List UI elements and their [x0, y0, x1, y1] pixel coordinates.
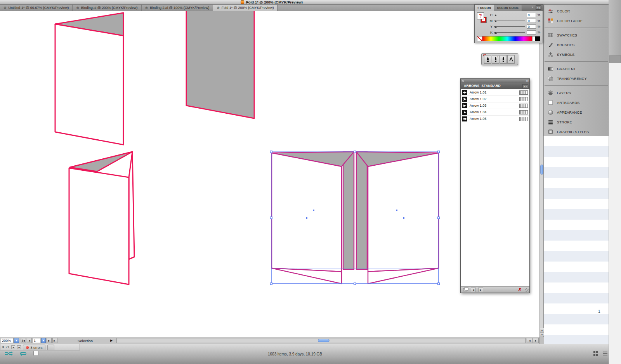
new-brush-icon[interactable]: [463, 286, 468, 293]
fill-swatch[interactable]: ?: [477, 12, 484, 19]
dock-item-color[interactable]: COLOR: [544, 6, 609, 16]
artboard-navigation: ◀ ◀ 1 ▼ ▶ ▶: [21, 338, 57, 343]
magenta-slider[interactable]: [494, 21, 525, 21]
brush-list-item[interactable]: Arrow 1.01: [461, 89, 529, 96]
document-canvas[interactable]: [0, 11, 539, 337]
spectrum-gradient[interactable]: [482, 36, 532, 41]
dock-item-appearance[interactable]: APPEARANCE: [544, 107, 609, 117]
status-menu-icon[interactable]: ▶: [110, 339, 113, 342]
list-view-icon[interactable]: [602, 351, 608, 358]
dock-item-swatches[interactable]: SWATCHES: [544, 30, 609, 40]
brush-list: Arrow 1.01 Arrow 1.02 Arrow 1.03 Arrow 1…: [461, 89, 529, 286]
none-swatch[interactable]: [477, 36, 482, 41]
dock-item-layers[interactable]: LAYERS: [544, 88, 609, 98]
first-artboard-button[interactable]: ◀: [21, 338, 26, 343]
tab-untitled-1[interactable]: ⊗ Untitled-1* @ 66.67% (CMYK/Preview): [0, 5, 73, 11]
dock-item-label: GRADIENT: [557, 67, 576, 71]
grid-view-icon[interactable]: [593, 351, 598, 358]
brush-list-item[interactable]: Arrow 1.03: [461, 102, 529, 109]
panel-expand-icon[interactable]: »: [532, 5, 535, 11]
white-swatch[interactable]: [532, 36, 535, 41]
close-tab-icon[interactable]: ⊗: [76, 6, 79, 10]
console-prev-icon[interactable]: ◀: [11, 345, 15, 349]
tab-color[interactable]: ◊ COLOR: [475, 5, 494, 11]
tab-binding-2-ai[interactable]: ⊗ Binding 2.ai @ 100% (CMYK/Preview): [142, 5, 213, 11]
panel-menu-icon[interactable]: ▼≡: [536, 5, 541, 10]
yellow-value-field[interactable]: 0: [527, 24, 536, 29]
yellow-slider[interactable]: [494, 26, 525, 27]
swatches-icon: [548, 32, 553, 38]
panel-title-bar[interactable]: ARROWS_STANDARD ▼≡: [461, 83, 529, 89]
prev-item-button[interactable]: ◀: [471, 288, 476, 292]
dock-item-transparency[interactable]: TRANSPARENCY: [544, 74, 609, 83]
panel-menu-icon[interactable]: ▼≡: [522, 84, 528, 88]
horizontal-scrollbar[interactable]: [116, 338, 526, 343]
vertical-scroll-thumb[interactable]: [540, 165, 543, 175]
black-slider[interactable]: [494, 32, 525, 33]
fill-stroke-proxy[interactable]: ?: [477, 12, 489, 24]
cyan-value-field[interactable]: 0: [527, 13, 536, 17]
close-tab-icon[interactable]: ⊗: [217, 6, 220, 10]
errors-tab[interactable]: 8 errors: [23, 345, 45, 350]
horizontal-scroll-thumb[interactable]: [318, 339, 330, 342]
window-titlebar[interactable]: Fold 1* @ 200% (CMYK/Preview): [0, 0, 543, 5]
dock-item-gradient[interactable]: GRADIENT: [544, 64, 609, 74]
black-value-field[interactable]: [527, 30, 536, 35]
last-artboard-button[interactable]: ▶: [52, 338, 57, 343]
scroll-down-icon[interactable]: ▼: [540, 332, 544, 336]
add-anchor-point-tool-button[interactable]: +: [492, 55, 499, 64]
prev-artboard-button[interactable]: ◀: [27, 338, 32, 343]
console-tab-stub[interactable]: [47, 345, 54, 350]
convert-anchor-point-tool-button[interactable]: [507, 55, 515, 64]
cyan-slider[interactable]: [494, 15, 525, 15]
magenta-value-field[interactable]: 0: [527, 19, 536, 23]
brush-list-item[interactable]: Arrow 1.05: [461, 116, 529, 122]
library-stats: 1603 items, 3.9 days, 10.19 GB: [0, 352, 590, 356]
zoom-level-field[interactable]: 200%: [1, 338, 14, 343]
dock-item-graphic-styles[interactable]: GRAPHIC STYLES: [544, 127, 609, 137]
slider-thumb-icon[interactable]: [494, 26, 497, 28]
delete-anchor-point-tool-button[interactable]: −: [500, 55, 507, 64]
artwork-trifold-top[interactable]: [55, 13, 123, 145]
close-tab-icon[interactable]: ⊗: [3, 6, 7, 10]
tab-fold-1[interactable]: ⊗ Fold 1* @ 200% (CMYK/Preview): [213, 5, 278, 11]
scroll-left-icon[interactable]: ◀: [527, 338, 533, 343]
panel-collapse-icon[interactable]: ◀◀: [526, 80, 528, 82]
artwork-zfold[interactable]: [69, 152, 134, 284]
dock-item-symbols[interactable]: SYMBOLS: [544, 50, 609, 59]
dock-separator: [545, 61, 608, 62]
close-tab-icon[interactable]: ⊗: [145, 6, 148, 10]
console-next-icon[interactable]: ▶: [17, 345, 21, 349]
dock-item-artboards[interactable]: ARTBOARDS: [544, 98, 609, 107]
color-spectrum-bar[interactable]: [477, 36, 540, 41]
slider-thumb-icon[interactable]: [494, 32, 497, 34]
dock-item-color-guide[interactable]: COLOR GUIDE: [544, 16, 609, 26]
next-artboard-button[interactable]: ▶: [47, 338, 52, 343]
brush-list-item[interactable]: Arrow 1.04: [461, 109, 529, 116]
tab-label: COLOR: [480, 6, 491, 10]
console-back-icon[interactable]: ◀: [2, 345, 3, 348]
brush-preview: [519, 104, 528, 108]
slider-thumb-icon[interactable]: [494, 14, 497, 16]
panel-resize-grip[interactable]: [525, 288, 529, 292]
scroll-up-icon[interactable]: ▲: [540, 328, 544, 332]
status-indicator[interactable]: Selection: [78, 339, 93, 343]
brush-preview: [519, 97, 528, 101]
delete-brush-icon[interactable]: ✗: [518, 287, 522, 292]
dock-separator: [545, 85, 608, 86]
tab-binding-ai[interactable]: ⊗ Binding.ai @ 200% (CMYK/Preview): [73, 5, 141, 11]
artboard-number-field[interactable]: 1: [33, 338, 40, 343]
pen-tool-button[interactable]: [484, 55, 491, 64]
dock-item-stroke[interactable]: STROKE: [544, 117, 609, 127]
tab-color-guide[interactable]: COLOR GUIDE: [494, 5, 522, 11]
artwork-sheet[interactable]: [186, 11, 254, 118]
artwork-open-card-selected[interactable]: [271, 151, 440, 285]
dock-item-brushes[interactable]: BRUSHES: [544, 40, 609, 50]
artboard-dropdown-button[interactable]: ▼: [41, 338, 46, 343]
black-swatch[interactable]: [535, 36, 540, 41]
brush-list-item[interactable]: Arrow 1.02: [461, 96, 529, 102]
scroll-right-icon[interactable]: ▶: [533, 338, 539, 343]
zoom-dropdown-button[interactable]: ▼: [14, 338, 19, 343]
next-item-button[interactable]: ▶: [478, 288, 483, 292]
slider-thumb-icon[interactable]: [494, 20, 497, 22]
